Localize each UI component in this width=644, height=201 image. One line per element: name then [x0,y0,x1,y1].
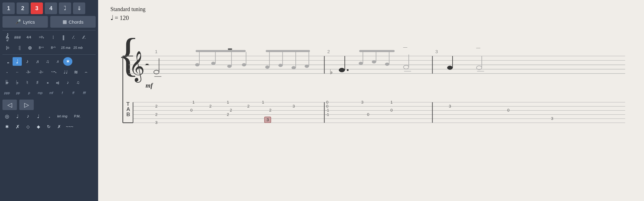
svg-point-21 [292,66,296,69]
special-note-btn[interactable]: ✶ [63,57,72,66]
triplet-num-btn[interactable]: -3⌐ [23,68,34,76]
quarter-note-btn[interactable]: ♩ [13,57,22,66]
vibrato-btn[interactable]: ◎ [2,112,12,120]
hairpin-row: ◁ ▷ [2,100,96,110]
tab-m1-s3-n1: 0 [190,108,193,112]
svg-point-8 [195,63,199,66]
whole-note-btn[interactable]: 𝅝 [2,57,12,66]
pp-btn[interactable]: pp [13,89,23,97]
32nd-note-btn[interactable]: ♫ [43,57,52,66]
crescendo-btn[interactable]: ◁ [2,100,17,110]
grid-icon: ▦ [63,19,67,25]
tab-m1-s2-n2: 2 [247,104,249,108]
coda-btn[interactable]: ⊕ [25,43,34,52]
32nd-rest-btn[interactable]: ♩ [34,112,43,120]
note-m2-b3 [404,65,409,69]
x-note-btn[interactable]: ✗ [13,122,22,131]
natural-btn[interactable]: ♮ [23,78,32,87]
grace-note2-btn[interactable]: ♫ [73,78,82,87]
triplet-btn[interactable]: =³⁄₄ [36,33,47,41]
ff-btn[interactable]: ff [69,89,78,97]
double-flat-btn[interactable]: 𝄫 [2,78,12,87]
eighth-note-btn[interactable]: ♪ [23,57,32,66]
tab-2[interactable]: 2 [17,2,29,14]
triple-sharp-btn[interactable]: 𝄪♯ [53,78,62,87]
64th-note-btn[interactable]: ♬ [53,57,62,66]
sharp-btn[interactable]: ♯ [33,78,42,87]
double-sharp-btn[interactable]: 𝄪 [43,78,52,87]
svg-point-30 [359,62,363,65]
tab-m2-s3-n2: 0 [390,108,393,112]
diamond-btn[interactable]: ◇ [23,122,33,131]
flip-btn[interactable]: ↻ [44,122,53,131]
svg-point-34 [385,63,389,66]
repeat-start-btn[interactable]: [x· [2,43,13,52]
filled-diamond-btn[interactable]: ◆ [34,122,43,131]
dot-btn[interactable]: · [2,68,12,76]
svg-rect-7 [196,50,246,52]
tuning-label: Standard tuning [110,6,632,13]
note-icon: ♩ [110,14,113,22]
eighth-rest-btn[interactable]: ♩ [13,112,22,120]
f-btn[interactable]: f [58,89,67,97]
duplet-btn[interactable]: -2⌐ [35,68,47,76]
note-m2-b1 [339,68,345,72]
decrescendo-btn[interactable]: ▷ [19,100,34,110]
tempo-value: = 120 [115,14,129,22]
barline1-btn[interactable]: ⁝ [48,33,58,41]
svg-point-32 [372,61,376,64]
score-container: Standard tuning ♩ = 120 { 𝄞 𝄼 1 mf [98,0,644,157]
slash1-btn[interactable]: ⁄. [69,33,79,41]
tab-3[interactable]: 3 [31,2,43,14]
64th-rest-btn[interactable]: 𝅗 [44,112,53,120]
lyrics-tab[interactable]: 🎤 Lyrics [2,16,48,28]
repeat-end-btn[interactable]: :| [15,43,24,52]
tab-m1-s4-n0: 2 [155,112,157,117]
tab-m1-s3-n2: 2 [230,108,232,112]
mf-btn[interactable]: mf [47,89,56,97]
mic-icon: 🎤 [15,19,21,25]
fff-btn[interactable]: fff [80,89,89,97]
note-m3-b1 [447,66,453,69]
tab-1[interactable]: 1 [2,2,15,14]
tremolo-btn[interactable]: ≋ [71,68,80,76]
down-arrow-tab[interactable]: ⇓ [73,2,85,14]
svg-point-19 [278,64,282,67]
svg-point-12 [227,65,231,68]
ottava-bassa-btn[interactable]: 8ᵛᵇ [48,43,59,52]
tab-m3-s5-n3: 3 [551,116,553,121]
ottava-btn[interactable]: 8ᵛᵃ [36,43,47,52]
pm-btn[interactable]: P.M. [71,112,83,120]
note-icon-tab[interactable]: ♩̈ [59,2,71,14]
staccato-m3: — [476,45,481,50]
tab-m2-s4-n1: -1 [325,112,329,117]
flat-m2: ♭ [330,68,333,76]
mp-btn[interactable]: mp [36,89,45,97]
15mb-btn[interactable]: 15 mb [72,43,83,52]
beam-btn[interactable]: ♩♩ [61,68,70,76]
slash2-btn[interactable]: ⁄⁄. [80,33,89,41]
nmnm-btn[interactable]: ⁿ·ᵐₙ [48,68,60,76]
score-svg: { 𝄞 𝄼 1 mf [110,27,632,150]
barline2-btn[interactable]: ‖ [59,33,68,41]
star-btn[interactable]: ✱ [2,122,12,131]
16th-rest-btn[interactable]: ♪ [23,112,33,120]
tab-m1-s1-n2: 1 [227,100,229,104]
left-panel: 1 2 3 4 ♩̈ ⇓ 🎤 Lyrics ▦ Chords 𝄞 ### 4/4… [0,0,98,201]
grace-note-btn[interactable]: ♪ [63,78,72,87]
15ma-btn[interactable]: 15 ma [60,43,71,52]
mode-tabs-row: 🎤 Lyrics ▦ Chords [2,16,96,28]
16th-note-btn[interactable]: ♬ [33,57,42,66]
double-dot-btn[interactable]: ·· [13,68,22,76]
fermata-btn[interactable]: ⌢ [81,68,90,76]
ghost-note-btn[interactable]: ✗ [55,122,64,131]
tab-4[interactable]: 4 [45,2,57,14]
svg-point-17 [265,66,269,69]
p-btn[interactable]: p [25,89,34,97]
tilde-btn[interactable]: ~~~ [65,122,74,131]
time-sig-btn[interactable]: 4/4 [23,33,34,41]
flat-btn[interactable]: ♭ [13,78,22,87]
let-ring-btn[interactable]: let ring [55,112,70,120]
ppp-btn[interactable]: ppp [2,89,12,97]
chords-tab[interactable]: ▦ Chords [50,16,96,28]
